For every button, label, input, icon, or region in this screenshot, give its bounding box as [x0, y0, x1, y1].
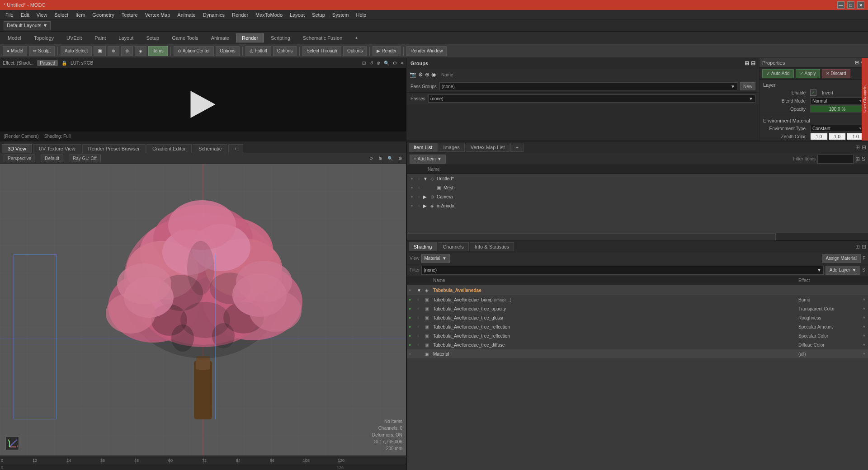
tab-scripting[interactable]: Scripting	[265, 33, 296, 42]
shading-item-material[interactable]: ○ ◉ Material (all) ▼	[407, 349, 868, 358]
model-btn[interactable]: ● Model	[3, 46, 27, 56]
tab-layout[interactable]: Layout	[113, 33, 139, 42]
groups-icon-4[interactable]: ◉	[431, 71, 436, 78]
options-btn-2[interactable]: Options	[273, 46, 297, 56]
add-item-btn[interactable]: + Add Item ▼	[410, 155, 446, 164]
expand-icon[interactable]: ⊞	[745, 60, 749, 66]
viewport-icon-zoom2[interactable]: ⊕	[378, 156, 382, 161]
dropdown-opacity[interactable]: ▼	[862, 306, 866, 311]
menu-vertex-map[interactable]: Vertex Map	[142, 11, 174, 19]
tab-channels[interactable]: Channels	[438, 242, 468, 251]
shading-default[interactable]: Default	[41, 155, 63, 162]
menu-animate[interactable]: Animate	[174, 11, 199, 19]
icon-btn-2[interactable]: ⊕	[108, 46, 119, 56]
sculpt-btn[interactable]: ✏ Sculpt	[29, 46, 55, 56]
props-icon-expand[interactable]: ⊞	[855, 60, 859, 66]
viewport-tab-uv[interactable]: UV Texture View	[33, 144, 81, 153]
viewport-tab-gradient[interactable]: Gradient Editor	[146, 144, 192, 153]
zenith-r[interactable]: 1.0	[810, 133, 828, 140]
menu-layout[interactable]: Layout	[286, 11, 308, 19]
dropdown-bump[interactable]: ▼	[862, 297, 866, 302]
dropdown-ramt[interactable]: ▼	[862, 324, 866, 329]
render-window-btn[interactable]: Render Window	[406, 46, 447, 56]
menu-edit[interactable]: Edit	[17, 11, 33, 19]
menu-dynamics[interactable]: Dynamics	[199, 11, 228, 19]
auto-select-btn[interactable]: Auto Select	[61, 46, 92, 56]
layout-dropdown[interactable]: Default Layouts ▼	[4, 21, 51, 30]
shading-item-gloss[interactable]: ● + ▣ Tabebula_Avellanedae_tree_glossi R…	[407, 313, 868, 322]
pass-groups-dropdown[interactable]: (none)▼	[439, 82, 737, 90]
expand-icon-2[interactable]: ⊞	[855, 156, 860, 162]
shading-item-bump[interactable]: ● + ▣ Tabebula_Avellanedae_bump (Image..…	[407, 295, 868, 304]
shrink-icon-shad[interactable]: ⊟	[862, 244, 866, 250]
items-btn[interactable]: Items	[148, 46, 167, 56]
tree-item-untitled[interactable]: ● ○ ▼ ◇ Untitled*	[407, 174, 868, 183]
filter-input[interactable]	[817, 155, 854, 164]
shading-item-reflect-amt[interactable]: ● + ▣ Tabebula_Avellanedae_tree_reflecti…	[407, 322, 868, 331]
menu-help[interactable]: Help	[352, 11, 370, 19]
select-through-btn[interactable]: Select Through	[302, 46, 341, 56]
icon-btn[interactable]: 🔒	[61, 61, 67, 66]
tab-topology[interactable]: Topology	[28, 33, 60, 42]
tab-add-panel[interactable]: +	[510, 143, 523, 152]
material-dropdown[interactable]: Material▼	[421, 254, 450, 263]
menu-maxtomodo[interactable]: MaxToModo	[252, 11, 286, 19]
tab-info-stats[interactable]: Info & Statistics	[470, 242, 514, 251]
env-type-dropdown[interactable]: Constant	[810, 125, 864, 132]
render-icon-refresh[interactable]: ↺	[369, 61, 373, 66]
discard-btn[interactable]: ✕ Discard	[822, 69, 850, 78]
shrink-icon-item[interactable]: ⊟	[862, 144, 866, 150]
viewport-icon-search2[interactable]: 🔍	[387, 156, 393, 161]
auto-add-btn[interactable]: ✓ Auto Add	[762, 69, 794, 78]
tab-uvedit[interactable]: UVEdit	[61, 33, 88, 42]
tab-game-tools[interactable]: Game Tools	[166, 33, 204, 42]
close-button[interactable]: ✕	[857, 1, 864, 9]
render-btn[interactable]: ▶ Render	[373, 46, 401, 56]
viewport-tab-3d[interactable]: 3D View	[2, 144, 32, 153]
blend-mode-dropdown[interactable]: Normal	[810, 97, 864, 104]
render-icon-arrow[interactable]: »	[401, 61, 403, 66]
opacity-slider[interactable]: 100.0 %	[810, 105, 864, 113]
icon-btn-4[interactable]: ◈	[135, 46, 146, 56]
groups-icon-1[interactable]: 📷	[410, 71, 416, 78]
viewport-tab-add[interactable]: +	[228, 144, 243, 153]
tab-images[interactable]: Images	[439, 143, 465, 152]
groups-icon-3[interactable]: ⊕	[425, 71, 429, 78]
viewport-tab-presets[interactable]: Render Preset Browser	[82, 144, 146, 153]
falloff-btn[interactable]: ◎ Falloff	[245, 46, 271, 56]
menu-texture[interactable]: Texture	[118, 11, 142, 19]
passes-dropdown[interactable]: (none)▼	[428, 94, 755, 103]
filter-dropdown-shad[interactable]: (none)▼	[421, 266, 824, 275]
dropdown-diff[interactable]: ▼	[862, 343, 866, 347]
tab-model[interactable]: Model	[2, 33, 27, 42]
options-btn-1[interactable]: Options	[216, 46, 239, 56]
apply-btn[interactable]: ✓ Apply	[796, 69, 820, 78]
view-perspective[interactable]: Perspective	[4, 155, 35, 162]
dropdown-mat[interactable]: ▼	[862, 352, 866, 356]
tree-item-mesh[interactable]: ● ○ ▣ Mesh	[407, 183, 868, 192]
tab-schematic-fusion[interactable]: Schematic Fusion	[297, 33, 348, 42]
enable-checkbox[interactable]: ✓	[810, 89, 816, 96]
icon-btn-3[interactable]: ⊗	[121, 46, 133, 56]
shrink-icon[interactable]: ⊟	[751, 60, 755, 66]
zenith-g[interactable]: 1.0	[829, 133, 846, 140]
tab-vertex-map[interactable]: Vertex Map List	[466, 143, 510, 152]
menu-setup[interactable]: Setup	[308, 11, 329, 19]
menu-system[interactable]: System	[329, 11, 353, 19]
menu-item[interactable]: Item	[72, 11, 89, 19]
s-icon[interactable]: S	[862, 156, 865, 162]
render-icon-settings[interactable]: ⚙	[393, 61, 397, 66]
expand-icon-item[interactable]: ⊞	[855, 144, 860, 150]
render-icon-zoom[interactable]: ⊕	[377, 61, 380, 66]
expand-icon-shad[interactable]: ⊞	[855, 244, 860, 250]
3d-viewport[interactable]: z x y No Items Channels: 0 Deformers: ON…	[0, 164, 406, 456]
menu-render[interactable]: Render	[228, 11, 252, 19]
dropdown-rcol[interactable]: ▼	[862, 334, 866, 338]
viewport-icon-settings2[interactable]: ⚙	[398, 156, 402, 161]
menu-select[interactable]: Select	[51, 11, 72, 19]
menu-geometry[interactable]: Geometry	[89, 11, 118, 19]
tab-animate[interactable]: Animate	[205, 33, 235, 42]
tree-item-camera[interactable]: ● ○ ▶ ⊙ Camera	[407, 192, 868, 201]
viewport-tab-schematic[interactable]: Schematic	[193, 144, 227, 153]
shading-group-tabebula[interactable]: ● ▼ ◈ Tabebula_Avellanedae	[407, 285, 868, 295]
